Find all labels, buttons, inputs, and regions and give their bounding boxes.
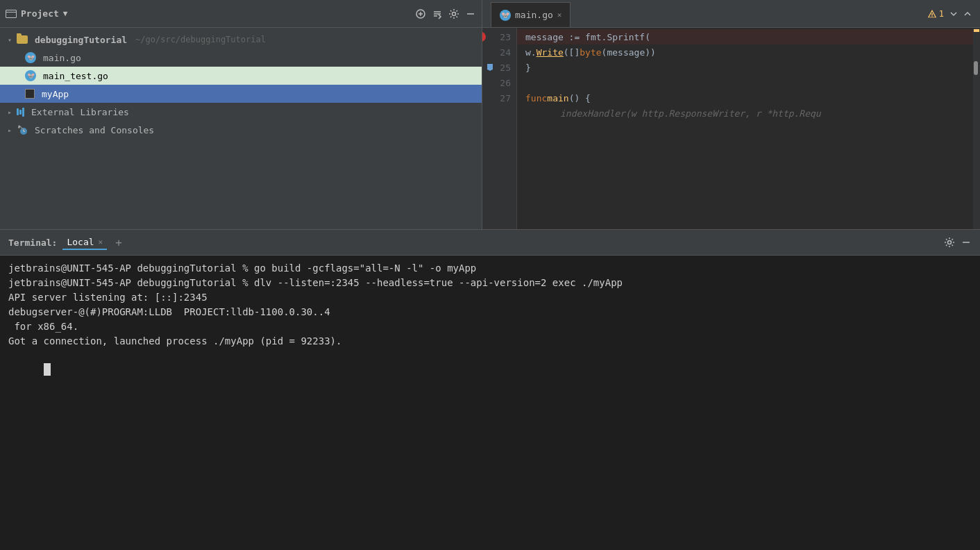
- root-folder-label: debuggingTutorial: [35, 35, 127, 45]
- sidebar-dropdown-icon[interactable]: ▼: [63, 9, 68, 18]
- line-27: ▶ 27: [490, 90, 511, 106]
- binary-file-icon: [25, 89, 35, 99]
- terminal-settings-icon[interactable]: [944, 237, 955, 248]
- terminal-area: Terminal: Local ✕ + jetbrains@UNIT-545-A…: [0, 229, 980, 550]
- minimize-icon[interactable]: [465, 8, 476, 19]
- line-26: 26: [490, 75, 511, 90]
- project-icon: [6, 10, 17, 18]
- terminal-header: Terminal: Local ✕ +: [0, 229, 980, 256]
- code-editor[interactable]: 23 24 25 26 ▶ 27: [482, 28, 980, 229]
- add-content-root-icon[interactable]: [415, 8, 426, 19]
- line-numbers: 23 24 25 26 ▶ 27: [482, 28, 517, 229]
- editor-tabs: 🐭 main.go ✕: [491, 0, 571, 27]
- editor-tab-bar: 🐭 main.go ✕ 1: [482, 0, 980, 28]
- line-25: 25: [490, 60, 511, 75]
- terminal-line-1: jetbrains@UNIT-545-AP debuggingTutorial …: [8, 261, 972, 276]
- svg-point-12: [931, 16, 932, 17]
- hint-line: indexHandler(w http.ResponseWriter, r *h…: [517, 106, 973, 121]
- line-24: 24: [490, 44, 511, 60]
- bookmark-icon: [487, 64, 493, 71]
- external-libraries-label: External Libraries: [31, 107, 129, 117]
- chevron-right-icon: ▸: [6, 108, 14, 116]
- terminal-add-tab-button[interactable]: +: [112, 235, 125, 251]
- terminal-tab-local[interactable]: Local ✕: [62, 235, 107, 250]
- terminal-line-4: API server listening at: [::]:2345: [8, 290, 972, 305]
- scroll-thumb[interactable]: [974, 61, 978, 75]
- tab-label: main.go: [515, 10, 553, 20]
- sidebar-header: Project ▼: [0, 0, 482, 28]
- code-line-25: }: [517, 60, 973, 75]
- collapse-all-icon[interactable]: [432, 8, 443, 19]
- go-test-file-icon: 🐭: [25, 70, 36, 81]
- nav-up-icon[interactable]: [963, 10, 972, 18]
- myapp-label: myApp: [42, 89, 69, 99]
- terminal-tab-label: Local: [67, 237, 94, 247]
- terminal-header-actions: [944, 237, 972, 248]
- terminal-minimize-icon[interactable]: [961, 237, 972, 248]
- terminal-cursor-line: [8, 349, 972, 392]
- scratches-label: Scratches and Consoles: [35, 125, 154, 135]
- terminal-cursor: [44, 363, 51, 376]
- scratches-icon: [17, 124, 28, 135]
- editor-tab-main-go[interactable]: 🐭 main.go ✕: [491, 2, 571, 27]
- code-line-27: func main() {: [517, 90, 973, 106]
- warning-gutter-marker: [974, 29, 979, 32]
- sidebar-title[interactable]: Project ▼: [6, 8, 407, 19]
- svg-rect-11: [931, 13, 932, 16]
- settings-icon[interactable]: [448, 8, 459, 19]
- tab-close-icon[interactable]: ✕: [557, 10, 562, 19]
- chevron-right-scratches-icon: ▸: [6, 126, 14, 134]
- code-area[interactable]: message := fmt.Sprintf( w.Write([]byte(m…: [517, 28, 973, 229]
- tab-go-icon: 🐭: [500, 10, 511, 21]
- warning-badge: 1: [927, 9, 944, 19]
- warning-count: 1: [939, 9, 944, 19]
- editor-actions: 1: [927, 9, 972, 19]
- tree-item-scratches[interactable]: ▸ Scratches and Consoles: [0, 121, 482, 139]
- external-libraries-icon: [17, 108, 24, 117]
- nav-down-icon[interactable]: [949, 10, 958, 18]
- editor-area: 🐭 main.go ✕ 1: [482, 0, 980, 229]
- file-tree: ▾ debuggingTutorial ~/go/src/debuggingTu…: [0, 28, 482, 229]
- sidebar-title-label: Project: [21, 8, 59, 19]
- go-file-icon: 🐭: [25, 52, 36, 63]
- terminal-line-7: Got a connection, launched process ./myA…: [8, 334, 972, 349]
- tree-item-external-libraries[interactable]: ▸ External Libraries: [0, 103, 482, 121]
- warning-icon: [927, 9, 937, 19]
- tree-item-main-go[interactable]: 🐭 main.go: [0, 49, 482, 67]
- code-line-24: w.Write([]byte(message)): [517, 44, 973, 60]
- tree-item-main-test-go[interactable]: 🐭 main_test.go: [0, 67, 482, 85]
- terminal-line-6: for x86_64.: [8, 319, 972, 334]
- chevron-down-icon: ▾: [6, 35, 14, 44]
- terminal-content[interactable]: jetbrains@UNIT-545-AP debuggingTutorial …: [0, 256, 980, 550]
- main-test-go-label: main_test.go: [43, 71, 108, 81]
- tree-item-myapp[interactable]: myApp: [0, 85, 482, 103]
- code-content: 23 24 25 26 ▶ 27: [482, 28, 973, 229]
- sidebar-actions: [415, 8, 476, 19]
- svg-point-13: [948, 241, 952, 244]
- terminal-line-3: jetbrains@UNIT-545-AP debuggingTutorial …: [8, 276, 972, 290]
- code-line-23: message := fmt.Sprintf(: [517, 29, 973, 44]
- sidebar: Project ▼: [0, 0, 482, 229]
- breakpoint-icon: [482, 32, 486, 42]
- write-func: Write: [537, 47, 564, 58]
- terminal-line-5: debugserver-@(#)PROGRAM:LLDB PROJECT:lld…: [8, 305, 972, 319]
- folder-icon: [17, 35, 28, 44]
- line-23: 23: [490, 29, 511, 44]
- tree-item-debuggingtutorial[interactable]: ▾ debuggingTutorial ~/go/src/debuggingTu…: [0, 31, 482, 49]
- code-line-26: [517, 75, 973, 90]
- terminal-tab-close-icon[interactable]: ✕: [99, 238, 103, 247]
- terminal-label: Terminal:: [8, 238, 57, 248]
- editor-scrollbar[interactable]: [973, 28, 980, 229]
- main-go-label: main.go: [43, 53, 81, 63]
- root-folder-path: ~/go/src/debuggingTutorial: [135, 35, 266, 44]
- svg-point-6: [453, 12, 456, 15]
